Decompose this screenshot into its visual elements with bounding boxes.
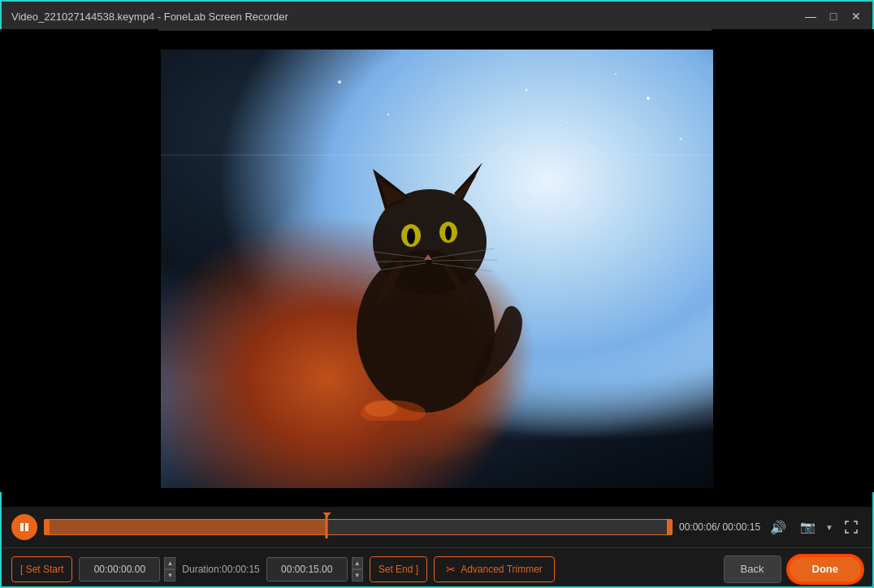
svg-point-8: [407, 228, 415, 244]
svg-point-22: [680, 138, 682, 141]
svg-point-9: [445, 226, 452, 240]
video-canvas: [161, 50, 713, 488]
volume-icon: 🔊: [770, 520, 786, 535]
screenshot-button[interactable]: 📷: [796, 516, 819, 538]
start-time-up[interactable]: ▲: [164, 557, 175, 569]
close-button[interactable]: ✕: [850, 10, 863, 23]
svg-marker-5: [454, 175, 477, 200]
svg-point-24: [566, 122, 568, 123]
start-time-group: ▲ ▼: [79, 557, 175, 582]
svg-point-23: [615, 73, 617, 75]
set-end-label: Set End ]: [379, 564, 418, 575]
set-start-button[interactable]: [ Set Start: [11, 556, 72, 582]
svg-rect-27: [20, 523, 24, 531]
svg-point-20: [387, 114, 390, 116]
end-time-stepper: ▲ ▼: [352, 557, 363, 582]
controls-bar: 00:00:06/ 00:00:15 🔊 📷 ▼: [2, 507, 872, 547]
advanced-trimmer-button[interactable]: ✂ Advanced Trimmer: [434, 556, 555, 582]
fullscreen-button[interactable]: [840, 516, 863, 538]
start-time-stepper: ▲ ▼: [164, 557, 175, 582]
set-start-label: [ Set Start: [20, 564, 63, 575]
camera-icon: 📷: [800, 520, 816, 534]
trim-end-handle[interactable]: [667, 519, 672, 535]
end-time-group: ▲ ▼: [266, 557, 363, 582]
video-content: [312, 145, 539, 421]
window-controls: — □ ✕: [804, 10, 863, 23]
back-label: Back: [741, 563, 764, 575]
screenshot-chevron[interactable]: ▼: [825, 523, 833, 532]
advanced-trimmer-label: Advanced Trimmer: [461, 564, 543, 575]
scissors-icon: ✂: [446, 563, 456, 576]
svg-rect-28: [25, 523, 28, 531]
set-end-button[interactable]: Set End ]: [370, 556, 427, 582]
video-player: [161, 50, 713, 488]
main-content: 00:00:06/ 00:00:15 🔊 📷 ▼ [ Set Start: [2, 31, 872, 588]
video-area: [2, 31, 872, 507]
end-time-down[interactable]: ▼: [352, 569, 363, 582]
timeline-track[interactable]: [44, 519, 673, 535]
bottom-toolbar: [ Set Start ▲ ▼ Duration:00:00:15 ▲ ▼ Se…: [2, 547, 872, 588]
titlebar: Video_221027144538.keymp4 - FoneLab Scre…: [2, 2, 872, 31]
end-time-up[interactable]: ▲: [352, 557, 363, 569]
play-pause-button[interactable]: [11, 514, 37, 540]
window-title: Video_221027144538.keymp4 - FoneLab Scre…: [11, 11, 804, 23]
svg-point-21: [647, 97, 650, 100]
pause-icon: [19, 521, 30, 533]
playhead-handle[interactable]: [326, 516, 328, 538]
svg-point-18: [365, 400, 397, 417]
done-label: Done: [812, 563, 839, 575]
duration-label: Duration:00:00:15: [182, 564, 259, 575]
maximize-button[interactable]: □: [827, 10, 840, 23]
start-time-input[interactable]: [79, 557, 160, 582]
end-time-input[interactable]: [266, 557, 348, 582]
timeline-progress: [45, 520, 327, 534]
svg-point-19: [338, 80, 341, 84]
svg-point-25: [526, 89, 528, 92]
fullscreen-icon: [844, 520, 859, 534]
timeline-container[interactable]: [44, 517, 673, 537]
minimize-button[interactable]: —: [804, 10, 817, 23]
start-time-down[interactable]: ▼: [164, 569, 175, 582]
back-button[interactable]: Back: [724, 556, 781, 583]
volume-button[interactable]: 🔊: [767, 516, 790, 538]
done-button[interactable]: Done: [788, 556, 863, 583]
time-display: 00:00:06/ 00:00:15: [679, 521, 760, 533]
